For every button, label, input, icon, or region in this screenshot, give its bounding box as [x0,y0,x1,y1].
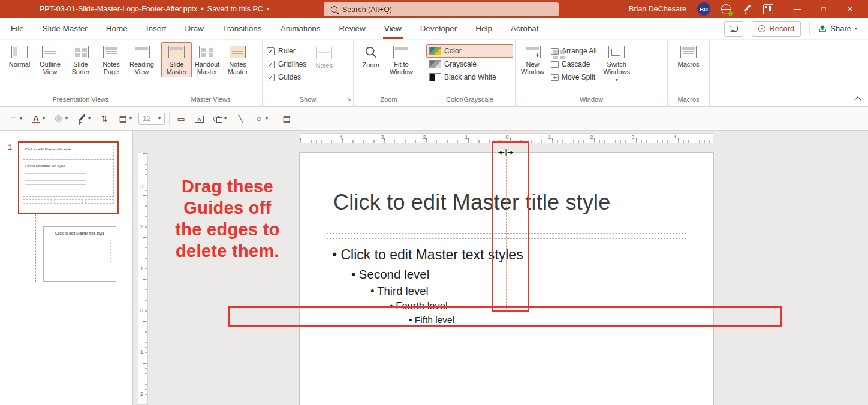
vertical-ruler[interactable]: 3 2 1 0 1 2 [138,153,148,405]
ruler-number: 1 [548,134,551,140]
rectangle-shape-button[interactable]: ▭ [174,112,188,125]
ruler-number: 2 [590,134,593,140]
comments-button[interactable] [724,21,743,37]
search-box[interactable] [324,2,559,16]
ruler-number: 0 [140,307,143,313]
font-color-button[interactable]: A▾ [29,112,47,125]
panel-grid-icon[interactable] [763,4,773,14]
tab-developer[interactable]: Developer [419,18,459,39]
checkbox-checked-icon[interactable]: ✓ [267,74,275,81]
slide-sorter-button[interactable]: Slide Sorter [65,42,96,77]
close-button[interactable]: ✕ [837,0,863,18]
tab-view[interactable]: View [383,18,403,39]
cascade-button[interactable]: Cascade [548,58,600,71]
ruler-checkbox-row[interactable]: ✓Ruler [264,44,309,58]
notes-icon [316,47,332,59]
button-label: Outline View [36,61,64,75]
tab-animations[interactable]: Animations [279,18,322,39]
title-bar: PPT-03-01-Slide-Master-Logo-Footer-After… [0,0,868,18]
maximize-button[interactable]: □ [810,0,837,18]
tab-draw[interactable]: Draw [184,18,206,39]
new-window-button[interactable]: New Window [517,42,548,77]
tab-slide-master[interactable]: Slide Master [41,18,89,39]
switch-windows-button[interactable]: Switch Windows▾ [600,42,634,84]
group-content: ✓Ruler ✓Gridlines ✓Guides Notes [264,42,351,95]
group-label: Color/Grayscale [426,95,513,105]
layout-thumbnail[interactable]: Click to edit Master title style [43,226,116,282]
tab-transitions[interactable]: Transitions [221,18,263,39]
normal-view-button[interactable]: Normal [4,42,35,70]
tab-file[interactable]: File [10,18,25,39]
tab-help[interactable]: Help [474,18,493,39]
workspace: 1 Click to edit Master title style Click… [0,131,868,405]
checkbox-checked-icon[interactable]: ✓ [267,61,275,68]
shapes-button[interactable]: ▾ [210,112,229,125]
zoom-button[interactable]: Zoom [355,42,386,71]
share-button[interactable]: Share ▾ [818,24,857,33]
notes-master-button[interactable]: Notes Master [222,42,253,77]
annotation-highlight-vertical [492,141,529,312]
outline-view-button[interactable]: Outline View [35,42,65,77]
button-label: Grayscale [444,60,477,68]
checkbox-label: Guides [278,73,301,81]
macros-icon [680,46,697,58]
cascade-icon [551,61,559,68]
tab-home[interactable]: Home [105,18,129,39]
group-zoom: Zoom Fit to Window Zoom [354,41,424,106]
text-box-button[interactable]: A [192,113,206,125]
macros-button[interactable]: Macros [673,42,704,70]
thumb-content-placeholder [49,240,111,262]
tab-acrobat[interactable]: Acrobat [510,18,540,39]
guides-checkbox-row[interactable]: ✓Guides [264,71,309,84]
saved-status-caret-icon[interactable]: ▾ [267,7,269,11]
ruler-number: 1 [140,349,143,355]
gridlines-checkbox-row[interactable]: ✓Gridlines [264,58,309,71]
handout-master-button[interactable]: Handout Master [192,42,222,77]
minimize-button[interactable]: — [784,0,810,18]
pen-format-button[interactable]: ▾ [74,112,93,125]
share-label: Share [830,24,851,33]
thumb-body-lines [25,170,86,186]
user-name[interactable]: Brian DeChesare [629,5,686,13]
switch-windows-caret-icon: ▾ [616,78,618,83]
saved-status[interactable]: Saved to this PC [207,5,263,13]
divider [275,112,275,125]
tab-review[interactable]: Review [337,18,366,39]
font-size-combobox[interactable]: 12▾ [138,113,165,125]
button-label: Slide Master [162,61,191,75]
checkbox-checked-icon[interactable]: ✓ [267,47,275,55]
notes-page-button[interactable]: Notes Page [96,42,126,77]
arrange-button[interactable]: ▤▾ [116,112,134,125]
button-label: Normal [9,61,30,68]
pen-icon[interactable] [742,4,752,14]
move-split-button[interactable]: Move Split [548,71,600,84]
master-slide-thumbnail[interactable]: Click to edit Master title style Click t… [18,141,119,214]
collapse-ribbon-icon[interactable] [855,96,861,101]
slide-master-button[interactable]: Slide Master [161,42,192,77]
extra-tool-button[interactable]: ▤ [279,112,294,125]
outline-level-button[interactable]: ≡▾ [6,112,25,125]
reading-view-button[interactable]: Reading View [126,42,157,77]
arrange-all-button[interactable]: Arrange All [548,44,600,58]
color-icon [429,47,441,55]
notes-button: Notes [309,43,339,71]
line-shape-button[interactable]: ╲ [233,112,248,125]
fit-to-window-button[interactable]: Fit to Window [386,42,417,77]
tab-insert[interactable]: Insert [145,18,168,39]
sort-button[interactable]: ⇅ [97,112,111,125]
color-button[interactable]: Color [426,44,513,58]
oval-shape-button[interactable]: ○▾ [252,112,270,125]
ruler-number: 2 [140,391,143,397]
grayscale-button[interactable]: Grayscale [426,58,513,71]
button-label: Zoom [362,61,379,69]
avatar[interactable]: BD [697,2,710,16]
shape-fill-button[interactable]: ▾ [52,112,70,125]
dialog-launcher-icon[interactable]: ↘ [346,94,351,104]
slide-title-text: Click to edit Master title style [327,190,611,215]
globe-icon[interactable] [721,4,731,14]
black-and-white-button[interactable]: Black and White [426,71,513,84]
search-input[interactable] [342,5,551,14]
record-button[interactable]: ● Record [752,21,801,37]
thumbnail-panel[interactable]: 1 Click to edit Master title style Click… [0,131,133,405]
ruler-number: 0 [505,134,508,140]
